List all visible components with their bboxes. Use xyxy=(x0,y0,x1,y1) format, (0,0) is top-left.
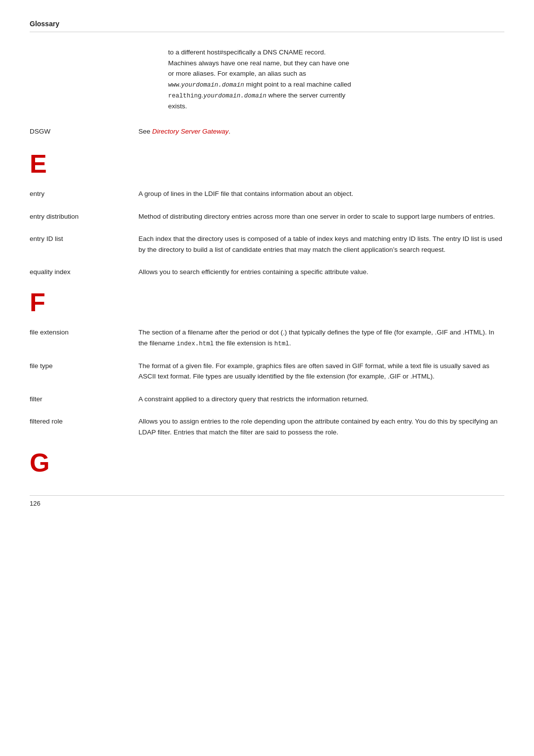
entry-def-id-list: Each index that the directory uses is co… xyxy=(138,234,504,255)
entry-term-file-type: file type xyxy=(30,361,138,382)
entry-id-list: entry ID list Each index that the direct… xyxy=(30,234,504,255)
intro-line-6: exists. xyxy=(168,101,504,112)
intro-line-4: www.yourdomain.domain might point to a r… xyxy=(168,79,504,90)
section-f-divider: F xyxy=(30,289,504,315)
dsgw-definition: See Directory Server Gateway. xyxy=(138,126,504,137)
intro-mono-realthing: realthing xyxy=(168,93,202,99)
section-e-divider: E xyxy=(30,151,504,177)
intro-suffix-1: might point to a real machine called xyxy=(244,81,351,88)
dsgw-def-prefix: See xyxy=(138,128,152,135)
file-ext-mono2: html xyxy=(274,340,289,347)
intro-line-5: realthing.yourdomain.domain where the se… xyxy=(168,90,504,101)
entry-def-equality-index: Allows you to search efficiently for ent… xyxy=(138,267,504,278)
entry-distribution: entry distribution Method of distributin… xyxy=(30,211,504,222)
entry-term-filter: filter xyxy=(30,394,138,405)
entry-entry: entry A group of lines in the LDIF file … xyxy=(30,189,504,199)
entry-file-type: file type The format of a given file. Fo… xyxy=(30,361,504,382)
entry-term-entry: entry xyxy=(30,189,138,199)
section-g-divider: G xyxy=(30,450,504,475)
entry-def-filtered-role: Allows you to assign entries to the role… xyxy=(138,416,504,437)
entry-filtered-role: filtered role Allows you to assign entri… xyxy=(30,416,504,437)
entry-file-extension: file extension The section of a filename… xyxy=(30,327,504,349)
intro-line-1: to a different host#specifically a DNS C… xyxy=(168,47,504,58)
entry-def-file-extension: The section of a filename after the peri… xyxy=(138,327,504,349)
section-e-letter: E xyxy=(30,151,504,177)
intro-line-3: or more aliases. For example, an alias s… xyxy=(168,68,504,79)
intro-mono-www: www xyxy=(168,82,179,89)
dsgw-entry: DSGW See Directory Server Gateway. xyxy=(30,126,504,137)
entry-filter: filter A constraint applied to a directo… xyxy=(30,394,504,405)
intro-block: to a different host#specifically a DNS C… xyxy=(168,47,504,111)
page: Glossary to a different host#specificall… xyxy=(0,0,534,756)
file-ext-text3: . xyxy=(289,339,291,347)
entry-equality-index: equality index Allows you to search effi… xyxy=(30,267,504,278)
entry-def-filter: A constraint applied to a directory quer… xyxy=(138,394,504,405)
entry-term-equality-index: equality index xyxy=(30,267,138,278)
entry-def-distribution: Method of distributing directory entries… xyxy=(138,211,504,222)
dsgw-def-link[interactable]: Directory Server Gateway xyxy=(152,128,229,135)
entry-term-file-extension: file extension xyxy=(30,327,138,349)
dsgw-term: DSGW xyxy=(30,126,138,137)
page-footer: 126 xyxy=(30,495,504,507)
page-number: 126 xyxy=(30,500,41,507)
intro-suffix-2: where the server currently xyxy=(267,92,346,99)
header-title: Glossary xyxy=(30,20,59,28)
section-g-letter: G xyxy=(30,450,504,475)
intro-italic-domain-2: yourdomain.domain xyxy=(203,93,267,99)
page-header: Glossary xyxy=(30,20,504,32)
file-ext-text2: the file extension is xyxy=(214,339,274,347)
dsgw-def-suffix: . xyxy=(228,128,230,135)
entry-def-entry: A group of lines in the LDIF file that c… xyxy=(138,189,504,199)
intro-line-2: Machines always have one real name, but … xyxy=(168,58,504,69)
entry-term-id-list: entry ID list xyxy=(30,234,138,255)
file-ext-mono1: index.html xyxy=(177,340,214,347)
intro-italic-domain-1: yourdomain.domain xyxy=(181,82,244,89)
entry-term-filtered-role: filtered role xyxy=(30,416,138,437)
section-f-letter: F xyxy=(30,289,504,315)
entry-def-file-type: The format of a given file. For example,… xyxy=(138,361,504,382)
entry-term-distribution: entry distribution xyxy=(30,211,138,222)
